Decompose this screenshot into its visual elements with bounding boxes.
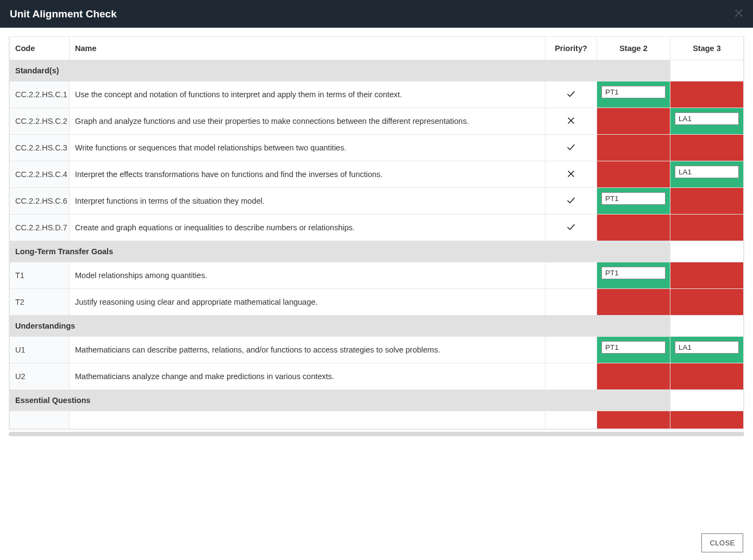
cell-name: Justify reasoning using clear and approp… xyxy=(70,289,545,316)
table-row: T2 Justify reasoning using clear and app… xyxy=(10,289,744,316)
close-button[interactable]: CLOSE xyxy=(701,533,743,552)
stage-cell-stage2 xyxy=(597,108,670,135)
cell-code: U2 xyxy=(10,363,70,390)
table-row: CC.2.2.HS.C.4 Interpret the effects tran… xyxy=(10,161,744,188)
table-row xyxy=(10,411,744,429)
table-row: CC.2.2.HS.D.7 Create and graph equations… xyxy=(10,215,744,241)
section-header-label: Long-Term Transfer Goals xyxy=(10,241,670,262)
stage-cell-stage3 xyxy=(670,135,744,161)
alignment-chip[interactable]: PT1 xyxy=(601,86,666,98)
section-header-label: Understandings xyxy=(10,316,670,337)
section-header-spacer xyxy=(670,241,744,262)
cell-name: Interpret functions in terms of the situ… xyxy=(70,188,545,215)
section-header-label: Essential Questions xyxy=(10,390,670,411)
alignment-chip[interactable]: LA1 xyxy=(675,166,739,178)
col-header-priority: Priority? xyxy=(545,37,597,60)
table-row: CC.2.2.HS.C.3 Write functions or sequenc… xyxy=(10,135,744,161)
col-header-name: Name xyxy=(70,37,545,60)
check-icon xyxy=(567,196,575,206)
table-row: CC.2.2.HS.C.2 Graph and analyze function… xyxy=(10,108,744,135)
alignment-chip[interactable]: LA1 xyxy=(675,341,739,354)
section-header-row: Understandings xyxy=(10,316,744,337)
section-header-spacer xyxy=(670,390,744,411)
stage-cell-stage3: LA1 xyxy=(670,337,744,363)
stage-cell-stage3: LA1 xyxy=(670,108,744,135)
cell-priority xyxy=(545,135,597,161)
modal-body: Code Name Priority? Stage 2 Stage 3 Stan… xyxy=(0,28,753,526)
cell-code: T1 xyxy=(10,262,70,289)
stage-cell-stage3 xyxy=(670,411,744,429)
cell-code: CC.2.2.HS.C.3 xyxy=(10,135,70,161)
modal-title: Unit Alignment Check xyxy=(10,8,117,20)
cell-code: CC.2.2.HS.C.2 xyxy=(10,108,70,135)
cross-icon xyxy=(567,170,575,179)
table-row: U1 Mathematicians can describe patterns,… xyxy=(10,337,744,363)
check-icon xyxy=(567,143,575,153)
modal-header: Unit Alignment Check xyxy=(0,0,753,28)
alignment-chip[interactable]: PT1 xyxy=(601,267,666,279)
table-row: U2 Mathematicians analyze change and mak… xyxy=(10,363,744,390)
cell-code: U1 xyxy=(10,337,70,363)
cell-priority xyxy=(545,363,597,390)
cell-name: Mathematicians can describe patterns, re… xyxy=(70,337,545,363)
alignment-table-wrap[interactable]: Code Name Priority? Stage 2 Stage 3 Stan… xyxy=(9,36,744,430)
horizontal-scrollbar[interactable] xyxy=(9,432,744,436)
cell-priority xyxy=(545,188,597,215)
table-row: T1 Model relationships among quantities.… xyxy=(10,262,744,289)
stage-cell-stage2 xyxy=(597,215,670,241)
cell-name: Graph and analyze functions and use thei… xyxy=(70,108,545,135)
cell-name: Mathematicians analyze change and make p… xyxy=(70,363,545,390)
cell-name: Use the concept and notation of function… xyxy=(70,81,545,108)
cell-priority xyxy=(545,161,597,188)
alignment-chip[interactable]: LA1 xyxy=(675,112,739,125)
table-header-row: Code Name Priority? Stage 2 Stage 3 xyxy=(10,37,744,60)
section-header-row: Essential Questions xyxy=(10,390,744,411)
cell-priority xyxy=(545,215,597,241)
cell-name: Write functions or sequences that model … xyxy=(70,135,545,161)
alignment-chip[interactable]: PT1 xyxy=(601,192,666,205)
check-icon xyxy=(567,90,575,100)
col-header-stage2: Stage 2 xyxy=(597,37,670,60)
cell-name: Interpret the effects transformations ha… xyxy=(70,161,545,188)
check-icon xyxy=(567,223,575,233)
cell-priority xyxy=(545,289,597,316)
stage-cell-stage3 xyxy=(670,289,744,316)
section-header-spacer xyxy=(670,60,744,81)
stage-cell-stage3 xyxy=(670,363,744,390)
alignment-chip[interactable]: PT1 xyxy=(601,341,666,354)
stage-cell-stage2: PT1 xyxy=(597,262,670,289)
stage-cell-stage2: PT1 xyxy=(597,337,670,363)
modal-footer: CLOSE xyxy=(0,526,753,560)
stage-cell-stage2 xyxy=(597,363,670,390)
col-header-code: Code xyxy=(10,37,70,60)
stage-cell-stage2 xyxy=(597,135,670,161)
cell-code: CC.2.2.HS.C.1 xyxy=(10,81,70,108)
cell-code: CC.2.2.HS.D.7 xyxy=(10,215,70,241)
stage-cell-stage3 xyxy=(670,262,744,289)
alignment-table: Code Name Priority? Stage 2 Stage 3 Stan… xyxy=(9,36,744,429)
cell-code: CC.2.2.HS.C.4 xyxy=(10,161,70,188)
section-header-label: Standard(s) xyxy=(10,60,670,81)
cell-priority xyxy=(545,337,597,363)
stage-cell-stage2 xyxy=(597,161,670,188)
table-body: Standard(s) CC.2.2.HS.C.1 Use the concep… xyxy=(10,60,744,429)
table-row: CC.2.2.HS.C.6 Interpret functions in ter… xyxy=(10,188,744,215)
section-header-spacer xyxy=(670,316,744,337)
stage-cell-stage2: PT1 xyxy=(597,81,670,108)
cell-code: T2 xyxy=(10,289,70,316)
cell-code: CC.2.2.HS.C.6 xyxy=(10,188,70,215)
col-header-stage3: Stage 3 xyxy=(670,37,744,60)
cell-priority xyxy=(545,411,597,429)
stage-cell-stage3 xyxy=(670,188,744,215)
cell-priority xyxy=(545,81,597,108)
stage-cell-stage2 xyxy=(597,411,670,429)
cell-code xyxy=(10,411,70,429)
cell-priority xyxy=(545,108,597,135)
cell-name xyxy=(70,411,545,429)
section-header-row: Long-Term Transfer Goals xyxy=(10,241,744,262)
cell-priority xyxy=(545,262,597,289)
close-icon[interactable] xyxy=(735,8,743,20)
stage-cell-stage3 xyxy=(670,215,744,241)
modal-unit-alignment-check: Unit Alignment Check Code Name Priority?… xyxy=(0,0,753,560)
stage-cell-stage3: LA1 xyxy=(670,161,744,188)
